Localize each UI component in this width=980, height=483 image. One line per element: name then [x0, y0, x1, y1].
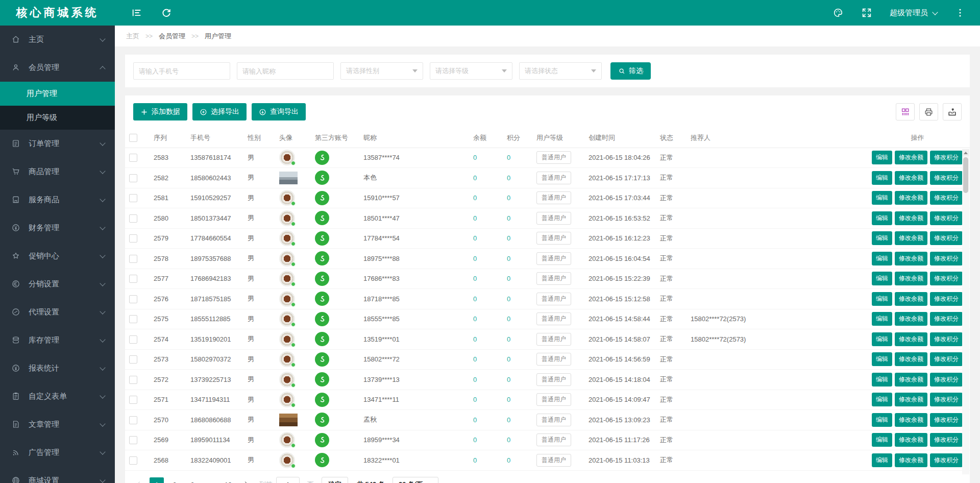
edit-button[interactable]: 编辑 [872, 453, 892, 467]
modify-balance-button[interactable]: 修改余额 [895, 312, 927, 326]
scrollbar-up-arrow[interactable] [962, 149, 969, 156]
query-export-button[interactable]: 查询导出 [252, 103, 306, 120]
sidebar-subitem[interactable]: 用户等级 [0, 106, 115, 130]
page-button-2[interactable]: 2 [167, 477, 182, 483]
palette-icon[interactable] [832, 7, 844, 18]
filter-button[interactable]: 筛选 [610, 62, 651, 80]
modify-points-button[interactable]: 修改积分 [930, 191, 963, 205]
next-page-icon[interactable] [242, 481, 249, 483]
edit-button[interactable]: 编辑 [872, 171, 892, 185]
modify-balance-button[interactable]: 修改余额 [895, 272, 927, 285]
modify-balance-button[interactable]: 修改余额 [895, 433, 927, 447]
modify-points-button[interactable]: 修改积分 [930, 393, 963, 406]
row-checkbox[interactable] [129, 234, 137, 243]
scrollbar-thumb[interactable] [963, 157, 968, 193]
add-data-button[interactable]: 添加数据 [133, 103, 187, 120]
sidebar-item-13[interactable]: 广告管理 [0, 439, 115, 467]
modify-balance-button[interactable]: 修改余额 [895, 413, 927, 427]
sidebar-item-2[interactable]: 订单管理 [0, 130, 115, 158]
modify-points-button[interactable]: 修改积分 [930, 352, 963, 366]
modify-points-button[interactable]: 修改积分 [930, 151, 963, 164]
sidebar-subitem[interactable]: 用户管理 [0, 82, 115, 106]
row-checkbox[interactable] [129, 436, 137, 444]
breadcrumb-member-mgmt[interactable]: 会员管理 [159, 32, 185, 41]
per-page-select[interactable]: 30 条/页 [393, 477, 438, 483]
row-checkbox[interactable] [129, 255, 137, 263]
refresh-icon[interactable] [161, 7, 172, 18]
modify-points-button[interactable]: 修改积分 [930, 272, 963, 285]
row-checkbox[interactable] [129, 174, 137, 182]
modify-points-button[interactable]: 修改积分 [930, 413, 963, 427]
modify-balance-button[interactable]: 修改余额 [895, 292, 927, 306]
row-checkbox[interactable] [129, 396, 137, 404]
sidebar-item-9[interactable]: 库存管理 [0, 326, 115, 354]
edit-button[interactable]: 编辑 [872, 231, 892, 245]
modify-points-button[interactable]: 修改积分 [930, 332, 963, 346]
modify-points-button[interactable]: 修改积分 [930, 312, 963, 326]
export-button[interactable] [943, 103, 962, 120]
status-select[interactable]: 请选择状态 [519, 62, 602, 80]
sidebar-item-0[interactable]: 主页 [0, 26, 115, 54]
edit-button[interactable]: 编辑 [872, 413, 892, 427]
sidebar-item-6[interactable]: 促销中心 [0, 242, 115, 270]
phone-input[interactable] [133, 62, 230, 80]
modify-points-button[interactable]: 修改积分 [930, 231, 963, 245]
modify-points-button[interactable]: 修改积分 [930, 373, 963, 387]
edit-button[interactable]: 编辑 [872, 292, 892, 306]
modify-points-button[interactable]: 修改积分 [930, 252, 963, 265]
row-checkbox[interactable] [129, 275, 137, 283]
edit-button[interactable]: 编辑 [872, 393, 892, 406]
edit-button[interactable]: 编辑 [872, 272, 892, 285]
sidebar-toggle-icon[interactable] [131, 7, 142, 18]
sidebar-item-14[interactable]: 商城设置 [0, 467, 115, 483]
row-checkbox[interactable] [129, 376, 137, 384]
row-checkbox[interactable] [129, 214, 137, 223]
modify-points-button[interactable]: 修改积分 [930, 171, 963, 185]
row-checkbox[interactable] [129, 295, 137, 303]
row-checkbox[interactable] [129, 335, 137, 344]
sidebar-item-4[interactable]: 服务商品 [0, 186, 115, 214]
modify-balance-button[interactable]: 修改余额 [895, 373, 927, 387]
modify-points-button[interactable]: 修改积分 [930, 211, 963, 225]
edit-button[interactable]: 编辑 [872, 352, 892, 366]
modify-balance-button[interactable]: 修改余额 [895, 231, 927, 245]
prev-page-icon[interactable] [136, 481, 143, 483]
sidebar-item-3[interactable]: 商品管理 [0, 158, 115, 186]
modify-balance-button[interactable]: 修改余额 [895, 252, 927, 265]
more-icon[interactable] [954, 7, 966, 18]
select-all-checkbox[interactable] [129, 134, 137, 142]
sidebar-item-12[interactable]: 文章管理 [0, 410, 115, 439]
row-checkbox[interactable] [129, 194, 137, 202]
modify-balance-button[interactable]: 修改余额 [895, 211, 927, 225]
edit-button[interactable]: 编辑 [872, 151, 892, 164]
goto-page-input[interactable] [276, 477, 300, 483]
modify-points-button[interactable]: 修改积分 [930, 453, 963, 467]
gender-select[interactable]: 请选择性别 [340, 62, 423, 80]
modify-balance-button[interactable]: 修改余额 [895, 171, 927, 185]
row-checkbox[interactable] [129, 154, 137, 162]
page-button-3[interactable]: 3 [185, 477, 200, 483]
page-button-1[interactable]: 1 [150, 477, 164, 483]
row-checkbox[interactable] [129, 416, 137, 424]
sidebar-item-10[interactable]: 报表统计 [0, 354, 115, 382]
print-button[interactable] [919, 103, 938, 120]
row-checkbox[interactable] [129, 456, 137, 465]
modify-balance-button[interactable]: 修改余额 [895, 352, 927, 366]
edit-button[interactable]: 编辑 [872, 211, 892, 225]
sidebar-item-1[interactable]: 会员管理 [0, 54, 115, 82]
row-checkbox[interactable] [129, 315, 137, 323]
edit-button[interactable]: 编辑 [872, 312, 892, 326]
sidebar-item-7[interactable]: 分销设置 [0, 270, 115, 298]
edit-button[interactable]: 编辑 [872, 332, 892, 346]
edit-button[interactable]: 编辑 [872, 373, 892, 387]
modify-balance-button[interactable]: 修改余额 [895, 332, 927, 346]
breadcrumb-user-mgmt[interactable]: 用户管理 [205, 32, 231, 41]
modify-balance-button[interactable]: 修改余额 [895, 151, 927, 164]
breadcrumb-home[interactable]: 主页 [126, 32, 139, 41]
select-export-button[interactable]: 选择导出 [192, 103, 247, 120]
edit-button[interactable]: 编辑 [872, 191, 892, 205]
level-select[interactable]: 请选择等级 [430, 62, 512, 80]
edit-button[interactable]: 编辑 [872, 252, 892, 265]
confirm-button[interactable]: 确定 [322, 477, 348, 483]
fullscreen-icon[interactable] [861, 7, 872, 18]
